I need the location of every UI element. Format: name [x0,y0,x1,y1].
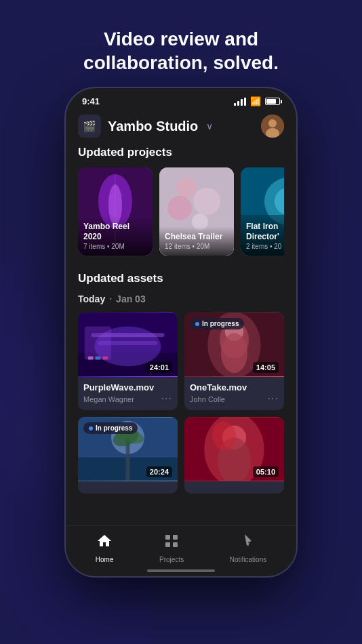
project-meta: 7 items • 20M [83,243,147,250]
svg-rect-26 [88,357,94,360]
status-bar: 9:41 📶 [66,88,296,109]
asset-card[interactable]: 05:10 [184,417,284,494]
asset-duration: 14:05 [253,362,279,373]
asset-filename: PurpleWave.mov [83,382,172,393]
svg-point-33 [221,333,247,373]
svg-rect-48 [173,542,178,547]
badge-dot [195,322,199,326]
asset-thumbnail: In progress 20:24 [78,417,178,481]
home-icon [96,533,113,553]
wifi-icon: 📶 [250,96,261,106]
asset-card[interactable]: In progress 14:05 OneTake.mov John Colle… [184,313,284,410]
asset-duration: 05:10 [253,466,279,477]
project-name: Chelsea Trailer [165,232,228,241]
asset-author-row: John Colle ··· [190,393,279,405]
nav-projects-label: Projects [159,556,184,563]
projects-list: Yambo Reel 2020 7 items • 20M [78,167,284,258]
project-name: Yambo Reel 2020 [83,222,147,241]
workspace-selector[interactable]: 🎬 Yambo Studio ∨ [78,115,213,138]
in-progress-badge: In progress [190,318,244,329]
asset-info: OneTake.mov John Colle ··· [184,377,284,410]
svg-rect-27 [95,357,100,360]
asset-author-row [83,487,172,488]
chevron-down-icon[interactable]: ∨ [206,121,213,132]
asset-more-button[interactable]: ··· [268,393,279,405]
asset-info: PurpleWave.mov Megan Wagner ··· [78,377,178,410]
asset-author: John Colle [190,395,225,403]
date-today: Today [78,294,105,304]
assets-date-row: Today · Jan 03 [78,294,284,304]
nav-notifications[interactable]: Notifications [216,530,280,566]
page-headline: Video review and collaboration, solved. [56,0,306,88]
assets-grid: 24:01 PurpleWave.mov Megan Wagner ··· [78,313,284,410]
svg-rect-46 [173,535,178,540]
in-progress-badge: In progress [83,422,138,434]
main-content: Updated projects Yambo Reel 2020 7 items… [66,146,296,546]
asset-info [78,481,178,494]
asset-card[interactable]: In progress 20:24 [78,417,178,494]
headline-text: Video review and collaboration, solved. [83,27,279,75]
projects-section-title: Updated projects [78,146,284,159]
asset-duration: 24:01 [146,362,172,373]
signal-icon [234,98,246,106]
svg-point-4 [268,119,277,127]
asset-filename: OneTake.mov [190,382,279,393]
nav-home-label: Home [96,556,114,563]
badge-label: In progress [202,320,239,327]
asset-more-button[interactable]: ··· [161,393,172,405]
badge-dot [89,426,93,430]
assets-grid-row2: In progress 20:24 [78,417,284,494]
project-name: Flat IronDirector' [246,222,284,241]
battery-icon [265,98,280,105]
asset-author: Megan Wagner [83,395,134,403]
svg-rect-25 [85,327,111,360]
workspace-name: Yambo Studio [108,119,198,134]
asset-duration: 20:24 [146,466,172,477]
app-logo: 🎬 [78,115,101,138]
svg-rect-28 [102,357,108,360]
date-value: Jan 03 [116,294,146,304]
app-header: 🎬 Yambo Studio ∨ [66,109,296,146]
project-overlay: Flat IronDirector' 2 items • 20 [241,216,284,256]
project-overlay: Chelsea Trailer 12 items • 20M [159,226,234,256]
asset-thumbnail: 05:10 [184,417,284,481]
asset-thumbnail: In progress 14:05 [184,313,284,377]
date-separator: · [109,294,112,304]
avatar[interactable] [261,115,284,138]
status-time: 9:41 [82,96,100,106]
svg-rect-47 [165,542,170,547]
projects-icon [163,533,180,553]
nav-notifications-label: Notifications [230,556,266,563]
nav-home[interactable]: Home [82,530,127,566]
project-meta: 12 items • 20M [165,243,228,250]
svg-rect-45 [165,535,170,540]
status-icons: 📶 [234,96,280,106]
project-card[interactable]: Chelsea Trailer 12 items • 20M [159,167,234,256]
project-card[interactable]: Yambo Reel 2020 7 items • 20M [78,167,153,256]
project-overlay: Yambo Reel 2020 7 items • 20M [78,216,153,256]
asset-info [184,481,284,494]
notifications-icon [240,533,256,553]
bottom-nav: Home Projects Notifications [66,525,296,576]
phone-frame: 9:41 📶 🎬 Yambo Studio ∨ [66,88,296,576]
home-indicator [147,569,215,572]
asset-author-row: Megan Wagner ··· [83,393,172,405]
asset-author-row [190,487,279,488]
asset-thumbnail: 24:01 [78,313,178,377]
nav-projects[interactable]: Projects [146,530,197,566]
project-meta: 2 items • 20 [246,243,284,250]
project-card[interactable]: Flat IronDirector' 2 items • 20 [241,167,284,256]
assets-section-title: Updated assets [78,272,284,285]
asset-card[interactable]: 24:01 PurpleWave.mov Megan Wagner ··· [78,313,178,410]
badge-label: In progress [96,424,132,432]
